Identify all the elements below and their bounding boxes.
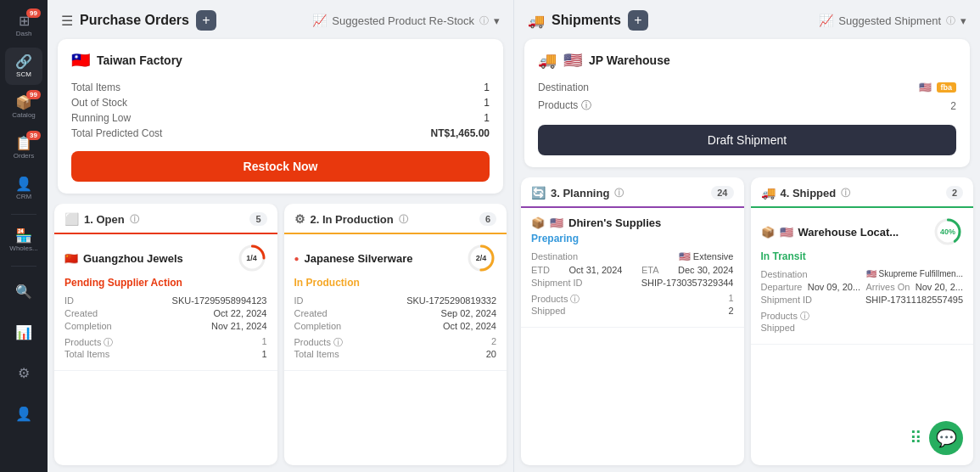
open-count: 5 bbox=[249, 212, 266, 226]
shipped-shipped-row: Shipped bbox=[761, 323, 964, 333]
kanban-header-production: ⚙ 2. In Production ⓘ 6 bbox=[284, 204, 507, 234]
ship-suggested-group: 📈 Suggested Shipment ⓘ ▾ bbox=[819, 14, 966, 27]
planning-etd-row: ETD Oct 31, 2024 ETA Dec 30, 2024 bbox=[531, 265, 734, 275]
shipped-icon: 🚚 bbox=[761, 186, 776, 199]
us-flag-ship: 🇺🇸 bbox=[563, 51, 582, 70]
production-info-icon: ⓘ bbox=[399, 213, 408, 226]
planning-shipid-label: Shipment ID bbox=[531, 278, 583, 288]
catalog-label: Catalog bbox=[12, 111, 36, 119]
sidebar-item-search[interactable]: 🔍 bbox=[5, 273, 42, 311]
planning-shipped-row: Shipped 2 bbox=[531, 306, 734, 316]
planning-supplier-name: Dhiren's Supplies bbox=[568, 216, 661, 229]
production-created-label: Created bbox=[294, 308, 328, 318]
shipped-progress-text: 40% bbox=[940, 228, 955, 236]
kanban-card-planning: 📦 🇺🇸 Dhiren's Supplies Preparing Destina… bbox=[521, 208, 744, 328]
ship-info-icon: ⓘ bbox=[946, 14, 955, 27]
po-stat-out-of-stock: Out of Stock 1 bbox=[71, 97, 490, 109]
restock-button[interactable]: Restock Now bbox=[71, 151, 490, 182]
open-id-label: ID bbox=[64, 295, 74, 306]
sidebar-item-crm[interactable]: 👤 CRM bbox=[5, 170, 42, 207]
open-created-label: Created bbox=[64, 308, 98, 318]
po-add-button[interactable]: + bbox=[196, 10, 216, 31]
open-icon: ⬜ bbox=[64, 212, 79, 226]
settings-icon: ⚙ bbox=[18, 367, 30, 380]
po-cost-label: Total Predicted Cost bbox=[71, 127, 162, 139]
po-running-low-label: Running Low bbox=[71, 112, 131, 124]
kanban-title-planning: 🔄 3. Planning ⓘ bbox=[531, 186, 624, 199]
po-stats: Total Items 1 Out of Stock 1 Running Low… bbox=[71, 81, 490, 139]
kanban-title-production: ⚙ 2. In Production ⓘ bbox=[294, 212, 408, 226]
shipped-supplier: 📦 🇺🇸 Warehouse Locat... bbox=[761, 226, 899, 239]
sidebar-item-dash[interactable]: 99 ⊞ Dash bbox=[5, 7, 42, 44]
production-completion-value: Oct 02, 2024 bbox=[443, 321, 496, 331]
sidebar-item-orders[interactable]: 39 📋 Orders bbox=[5, 129, 42, 166]
planning-shipped-label: Shipped bbox=[531, 306, 565, 316]
planning-title: 3. Planning bbox=[551, 187, 609, 199]
fba-badge: fba bbox=[937, 82, 957, 93]
open-total-items-row: Total Items 1 bbox=[64, 349, 267, 359]
production-count: 6 bbox=[479, 212, 496, 226]
production-card-header: ● Japanese Silverware 2/4 bbox=[294, 243, 497, 273]
crm-icon: 👤 bbox=[15, 177, 32, 191]
sidebar-item-reports[interactable]: 📊 bbox=[5, 314, 42, 351]
sidebar-item-catalog[interactable]: 99 📦 Catalog bbox=[5, 88, 42, 126]
left-column: ☰ Purchase Orders + 📈 Suggested Product … bbox=[48, 0, 514, 472]
planning-info-icon: ⓘ bbox=[614, 187, 624, 199]
shipped-products-label: Products ⓘ bbox=[761, 310, 809, 323]
shipped-shipid-value: SHIP-17311182557495 bbox=[865, 295, 963, 305]
po-cost-value: NT$1,465.00 bbox=[431, 127, 490, 139]
ship-add-button[interactable]: + bbox=[628, 10, 648, 31]
planning-etd-value: Oct 31, 2024 bbox=[568, 265, 622, 275]
shipped-card-header: 📦 🇺🇸 Warehouse Locat... 40% bbox=[761, 216, 964, 247]
production-products-row: Products ⓘ 2 bbox=[294, 336, 497, 349]
shipped-arrives-label: Arrives On bbox=[865, 282, 910, 292]
kanban-title-shipped: 🚚 4. Shipped ⓘ bbox=[761, 186, 851, 199]
planning-dest-label: Destination bbox=[531, 251, 578, 262]
planning-status: Preparing bbox=[531, 233, 734, 244]
ship-chevron-icon[interactable]: ▾ bbox=[960, 14, 966, 27]
production-status: In Production bbox=[294, 277, 497, 289]
planning-count: 24 bbox=[711, 186, 733, 199]
cn-flag: 🇨🇳 bbox=[64, 252, 78, 265]
planning-icon: 🔄 bbox=[531, 186, 546, 199]
shipped-count: 2 bbox=[946, 186, 963, 199]
shipped-supplier-name: Warehouse Locat... bbox=[798, 226, 899, 239]
sidebar-item-wholesale[interactable]: 🏪 Wholes... bbox=[5, 222, 42, 259]
shipped-arrives-value: Nov 20, 2... bbox=[916, 282, 963, 292]
planning-supplier: 📦 🇺🇸 Dhiren's Supplies bbox=[531, 216, 661, 229]
dest-flag: 🇺🇸 bbox=[919, 81, 932, 93]
po-oos-label: Out of Stock bbox=[71, 97, 127, 109]
scm-icon: 🔗 bbox=[15, 55, 32, 69]
production-total-items-row: Total Items 20 bbox=[294, 349, 497, 359]
production-supplier-name: Japanese Silverware bbox=[305, 252, 413, 265]
sidebar-item-user[interactable]: 👤 bbox=[5, 396, 42, 433]
po-oos-value: 1 bbox=[484, 97, 490, 109]
po-chevron-icon[interactable]: ▾ bbox=[494, 14, 500, 27]
production-total-items-value: 20 bbox=[486, 349, 496, 359]
po-running-low-value: 1 bbox=[484, 112, 490, 124]
warehouse-name: JP Warehouse bbox=[589, 53, 670, 67]
planning-etd-label: ETD bbox=[531, 265, 550, 275]
sidebar-item-scm[interactable]: 🔗 SCM bbox=[5, 48, 42, 85]
user-icon: 👤 bbox=[15, 407, 32, 421]
sidebar-item-settings[interactable]: ⚙ bbox=[5, 355, 42, 392]
open-status: Pending Supplier Action bbox=[64, 277, 267, 289]
chart-icon: 📈 bbox=[312, 14, 327, 27]
production-title: 2. In Production bbox=[311, 213, 394, 226]
ship-chart-icon: 📈 bbox=[819, 14, 833, 27]
chat-button[interactable]: 💬 bbox=[929, 421, 963, 455]
kanban-header-open: ⬜ 1. Open ⓘ 5 bbox=[54, 204, 277, 234]
main-content: ☰ Purchase Orders + 📈 Suggested Product … bbox=[48, 0, 980, 472]
open-created-row: Created Oct 22, 2024 bbox=[64, 308, 267, 318]
destination-label: Destination bbox=[538, 81, 589, 93]
shipped-products-row: Products ⓘ bbox=[761, 310, 964, 323]
po-stat-cost: Total Predicted Cost NT$1,465.00 bbox=[71, 127, 490, 139]
search-icon: 🔍 bbox=[15, 285, 32, 299]
grid-dots-button[interactable]: ⠿ bbox=[910, 428, 922, 448]
kanban-row-left: ⬜ 1. Open ⓘ 5 🇨🇳 Guangzhou Jewels bbox=[48, 204, 513, 472]
planning-shipid-row: Shipment ID SHIP-1730357329344 bbox=[531, 278, 734, 288]
production-created-value: Sep 02, 2024 bbox=[441, 308, 496, 318]
open-completion-value: Nov 21, 2024 bbox=[211, 321, 266, 331]
draft-shipment-button[interactable]: Draft Shipment bbox=[538, 125, 956, 155]
planning-products-row: Products ⓘ 1 bbox=[531, 293, 734, 306]
